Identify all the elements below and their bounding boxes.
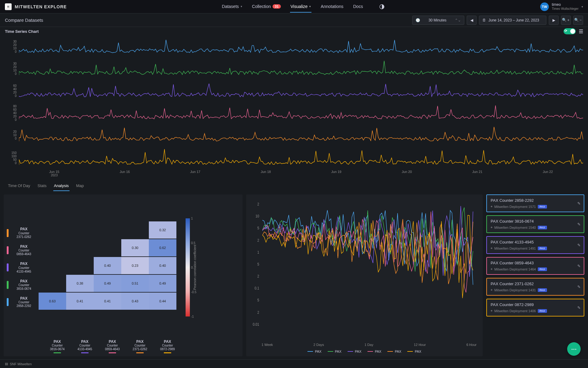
nav-visualize[interactable]: Visualize▾ xyxy=(290,1,312,13)
dataset-card[interactable]: PAX Counter 2858-2292⌖Mitwelten Deployme… xyxy=(486,194,584,212)
user-name: timeo xyxy=(552,3,579,7)
location-icon: ⌖ xyxy=(491,225,492,229)
panel-menu-button[interactable]: ☰ xyxy=(579,29,583,34)
legend-item[interactable]: PAX xyxy=(368,350,381,353)
pax-tag: PAX xyxy=(538,309,547,313)
edit-button[interactable]: ✎ xyxy=(577,243,581,247)
heatmap-cell[interactable]: 0.32 xyxy=(149,221,176,239)
heatmap-cell[interactable]: 0.51 xyxy=(121,275,149,292)
dataset-title: PAX Counter 0859-4643 xyxy=(491,261,580,265)
select-caret-icon: ⌃⌄ xyxy=(455,18,461,22)
heatmap-cell[interactable]: 0.62 xyxy=(149,239,176,256)
ts-row: 3020100 xyxy=(7,58,583,80)
series-color-swatch xyxy=(7,298,9,306)
time-next-button[interactable]: ▶ xyxy=(549,16,559,25)
legend-item[interactable]: PAX xyxy=(328,350,341,353)
nav-docs[interactable]: Docs xyxy=(352,1,364,13)
edit-button[interactable]: ✎ xyxy=(577,264,581,268)
theme-toggle-button[interactable] xyxy=(378,3,386,10)
interval-select[interactable]: 🕓 30 Minutes ⌃⌄ xyxy=(412,16,464,25)
fab-more-button[interactable]: ⋯ xyxy=(567,342,581,356)
date-range-picker[interactable]: 🗓 June 14, 2023 – June 22, 2023 xyxy=(479,16,546,25)
layers-icon: ▤ xyxy=(5,362,8,366)
dataset-card[interactable]: PAX Counter 2371-0262⌖Mitwelten Deployme… xyxy=(486,278,584,296)
heatmap-cell[interactable]: 0.43 xyxy=(121,293,149,310)
toolbar: Compare Datasets 🕓 30 Minutes ⌃⌄ ◀ 🗓 Jun… xyxy=(0,13,588,27)
y-axis-ticks: 3020100 xyxy=(7,62,17,75)
panel-title: Time Series Chart xyxy=(5,29,39,34)
heatmap-cell[interactable]: 0.40 xyxy=(94,257,121,274)
edit-button[interactable]: ✎ xyxy=(577,222,581,227)
dataset-card[interactable]: PAX Counter 3816-0674⌖Mitwelten Deployme… xyxy=(486,215,584,233)
colorbar: 10.50-0.5-1 xyxy=(186,218,190,316)
location-icon: ⌖ xyxy=(491,205,492,209)
legend-item[interactable]: PAX xyxy=(348,350,361,353)
breadcrumb: Compare Datasets xyxy=(5,17,43,23)
dataset-title: PAX Counter 0872-2989 xyxy=(491,302,580,307)
dataset-card[interactable]: PAX Counter 0872-2989⌖Mitwelten Deployme… xyxy=(486,299,584,316)
footer: ▤ SNF Mitwelten xyxy=(0,359,588,368)
ts-line xyxy=(19,124,583,146)
time-prev-button[interactable]: ◀ xyxy=(467,16,477,25)
series-color-swatch xyxy=(7,229,9,237)
nav-annotations[interactable]: Annotations xyxy=(320,1,344,13)
zoom-in-button[interactable]: 🔍＋ xyxy=(561,16,571,25)
pax-tag: PAX xyxy=(538,288,547,292)
nav-collection[interactable]: Collection 31 xyxy=(251,1,281,13)
chevron-left-icon: ◀ xyxy=(470,18,473,22)
heatmap-cell[interactable]: 0.49 xyxy=(149,275,176,292)
dataset-card[interactable]: PAX Counter 4133-4945⌖Mitwelten Deployme… xyxy=(486,236,584,254)
dataset-card[interactable]: PAX Counter 0859-4643⌖Mitwelten Deployme… xyxy=(486,257,584,275)
ts-row: 150100500 xyxy=(7,146,583,170)
chevron-down-icon: ▾ xyxy=(241,5,242,8)
heatmap-cell[interactable]: 0.49 xyxy=(94,275,121,292)
heatmap-col-labels: PAXCounter3816-0674PAXCounter4133-4945PA… xyxy=(43,339,181,353)
x-axis: Jun 152023Jun 16Jun 17Jun 18Jun 19Jun 20… xyxy=(7,170,583,178)
dataset-side-list: PAX Counter 2858-2292⌖Mitwelten Deployme… xyxy=(486,194,584,356)
analysis-tabs: Time Of DayStatsAnalysisMap xyxy=(0,181,588,191)
lower-panels: PAXCounter2371-0262PAXCounter0859-4643PA… xyxy=(0,191,588,359)
svg-text:2: 2 xyxy=(257,310,259,315)
logo-area[interactable]: MITWELTEN EXPLORE xyxy=(5,3,67,10)
heatmap-cell[interactable]: 0.40 xyxy=(149,257,176,274)
chevron-down-icon: ▾ xyxy=(309,5,311,8)
svg-text:2: 2 xyxy=(257,202,259,206)
nav-datasets[interactable]: Datasets▾ xyxy=(221,1,243,13)
heatmap-cell[interactable]: 0.63 xyxy=(39,293,66,310)
ts-row: 20100 xyxy=(7,124,583,146)
heatmap-cell[interactable]: 0.38 xyxy=(66,275,94,292)
tab-analysis[interactable]: Analysis xyxy=(53,181,69,191)
heatmap-cell[interactable]: 0.23 xyxy=(121,257,149,274)
user-menu[interactable]: TW timeo Timeo Wullschleger ▾ xyxy=(540,2,583,11)
legend-item[interactable]: PAX xyxy=(387,350,401,353)
heatmap-cell[interactable]: 0.41 xyxy=(66,293,94,310)
svg-text:0.01: 0.01 xyxy=(253,322,259,327)
edit-button[interactable]: ✎ xyxy=(577,305,581,310)
y-axis-ticks: 806040200 xyxy=(7,105,17,121)
heatmap-cell[interactable]: 0.41 xyxy=(94,293,121,310)
refresh-icon: ⟳ xyxy=(564,29,567,33)
pax-tag: PAX xyxy=(538,247,547,250)
calendar-icon: 🗓 xyxy=(482,18,486,22)
tab-map[interactable]: Map xyxy=(76,181,85,191)
heatmap-grid: 0.320.300.620.400.230.400.380.490.510.49… xyxy=(39,209,176,326)
ts-line xyxy=(19,80,583,102)
edit-button[interactable]: ✎ xyxy=(577,201,581,206)
legend-item[interactable]: PAX xyxy=(307,350,321,353)
heatmap-cell[interactable]: 0.30 xyxy=(121,239,149,256)
ellipsis-icon: ⋯ xyxy=(571,346,577,352)
tab-time-of-day[interactable]: Time Of Day xyxy=(7,181,31,191)
svg-text:5: 5 xyxy=(257,262,259,266)
legend-item[interactable]: PAX xyxy=(407,350,421,353)
dataset-title: PAX Counter 4133-4945 xyxy=(491,240,580,244)
auto-refresh-toggle[interactable]: ⟳ xyxy=(564,28,576,34)
pax-tag: PAX xyxy=(538,226,547,229)
panel-header: Time Series Chart ⟳ ☰ xyxy=(0,27,588,36)
heatmap-row-labels: PAXCounter2371-0262PAXCounter0859-4643PA… xyxy=(7,227,36,308)
frequency-line-panel: 210521520.1520.01 1 Week2 Days1 Day12 Ho… xyxy=(246,194,483,356)
heatmap-cell[interactable]: 0.44 xyxy=(149,293,176,310)
zoom-out-button[interactable]: 🔍－ xyxy=(573,16,583,25)
tab-stats[interactable]: Stats xyxy=(37,181,47,191)
zoom-out-icon: 🔍－ xyxy=(574,17,582,23)
edit-button[interactable]: ✎ xyxy=(577,285,581,289)
